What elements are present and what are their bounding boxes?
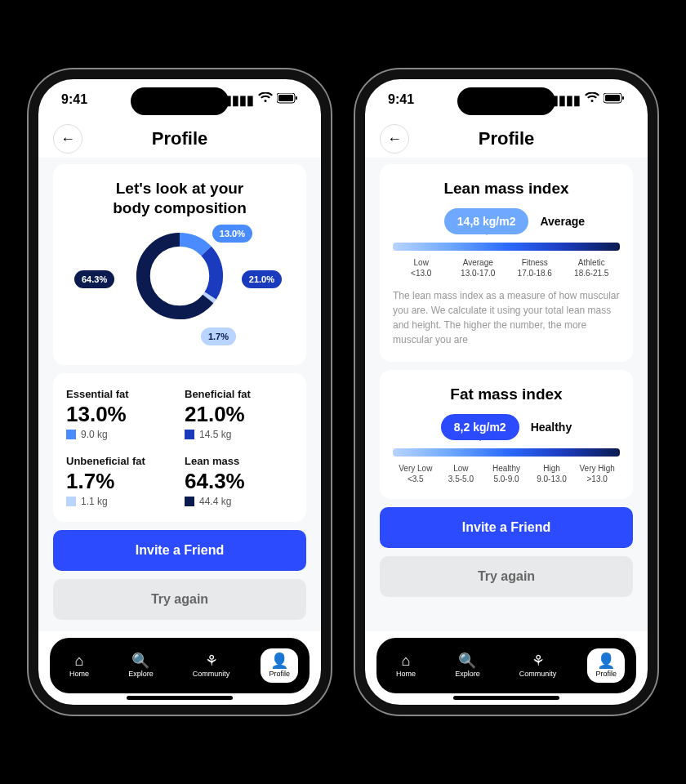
swatch-icon [185, 497, 194, 506]
metric-label: Unbeneficial fat [66, 455, 175, 467]
lmi-title: Lean mass index [393, 179, 620, 198]
signal-icon: ▮▮▮▮ [225, 92, 254, 108]
back-button[interactable]: ← [380, 124, 409, 154]
status-icons: ▮▮▮▮ [551, 92, 625, 108]
status-time: 9:41 [61, 92, 87, 107]
lmi-description: The lean mass index as a measure of how … [393, 288, 620, 347]
swatch-icon [185, 430, 194, 439]
header: ← Profile [365, 120, 648, 158]
tick-name: Very Low [393, 463, 439, 474]
tab-label: Home [69, 670, 89, 678]
try-again-button[interactable]: Try again [53, 579, 306, 620]
metric-mass: 44.4 kg [199, 496, 231, 507]
metric-value: 21.0% [185, 402, 293, 427]
metric-label: Lean mass [185, 455, 293, 467]
notch [457, 87, 555, 115]
tab-profile[interactable]: 👤Profile [261, 648, 298, 683]
tick-range: >13.0 [574, 474, 620, 484]
fmi-value-bubble: 8,2 kg/m2 [441, 414, 519, 440]
home-indicator[interactable] [127, 696, 233, 700]
invite-friend-button[interactable]: Invite a Friend [380, 507, 633, 548]
invite-friend-button[interactable]: Invite a Friend [53, 530, 306, 571]
lmi-category: Average [540, 215, 585, 228]
tab-bar: ⌂Home 🔍Explore ⚘Community 👤Profile [376, 638, 636, 693]
lmi-card: Lean mass index 14,8 kg/m2 Average Low<1… [380, 164, 633, 362]
swatch-icon [66, 430, 76, 439]
tab-label: Community [519, 670, 557, 678]
donut-label-beneficial: 21.0% [242, 270, 282, 288]
tick-name: Very High [574, 463, 620, 474]
home-icon: ⌂ [75, 653, 84, 668]
svg-rect-1 [278, 95, 293, 101]
back-button[interactable]: ← [53, 124, 82, 154]
metric-label: Essential fat [66, 388, 175, 400]
tab-label: Profile [595, 670, 617, 678]
tab-profile[interactable]: 👤Profile [587, 648, 625, 683]
phone-mockup-left: 9:41 ▮▮▮▮ ← Profile Let's look at your b… [29, 69, 331, 715]
tick-name: Fitness [506, 257, 564, 268]
arrow-left-icon: ← [387, 131, 402, 148]
home-indicator[interactable] [453, 696, 559, 700]
tab-explore[interactable]: 🔍Explore [447, 648, 488, 683]
tab-label: Explore [128, 670, 154, 678]
composition-card: Let's look at your body composition 13.0… [53, 164, 306, 365]
wifi-icon [585, 92, 599, 107]
battery-icon [604, 92, 625, 107]
fmi-scale-bar [393, 448, 620, 457]
swatch-icon [66, 497, 76, 506]
tab-explore[interactable]: 🔍Explore [120, 648, 162, 683]
metric-mass: 1.1 kg [81, 496, 108, 507]
lmi-ticks: Low<13.0 Average13.0-17.0 Fitness17.0-18… [393, 257, 620, 278]
arrow-left-icon: ← [60, 131, 75, 148]
fmi-title: Fat mass index [393, 385, 620, 404]
metrics-card: Essential fat 13.0% 9.0 kg Beneficial fa… [53, 373, 306, 522]
tick-range: 18.6-21.5 [564, 268, 621, 278]
signal-icon: ▮▮▮▮ [551, 92, 581, 108]
tab-community[interactable]: ⚘Community [511, 648, 565, 683]
phone-mockup-right: 9:41 ▮▮▮▮ ← Profile Lean mass index 14,8… [355, 69, 657, 715]
profile-icon: 👤 [270, 653, 288, 668]
page-title: Profile [479, 128, 534, 149]
tab-bar: ⌂Home 🔍Explore ⚘Community 👤Profile [50, 638, 310, 693]
lmi-value-bubble: 14,8 kg/m2 [444, 208, 529, 234]
content-area: Let's look at your body composition 13.0… [38, 158, 321, 631]
tick-range: 5.0-9.0 [483, 474, 529, 484]
status-icons: ▮▮▮▮ [225, 92, 298, 108]
community-icon: ⚘ [205, 653, 218, 668]
status-time: 9:41 [388, 92, 414, 107]
donut-label-essential: 13.0% [212, 225, 252, 243]
tick-range: <3.5 [393, 474, 439, 484]
battery-icon [277, 92, 298, 107]
metric-value: 1.7% [66, 469, 175, 494]
fmi-ticks: Very Low<3.5 Low3.5-5.0 Healthy5.0-9.0 H… [393, 463, 620, 484]
tick-name: Low [439, 463, 484, 474]
donut-label-unbeneficial: 1.7% [201, 327, 236, 345]
tick-name: Healthy [483, 463, 529, 474]
lmi-scale-bar [393, 243, 620, 251]
donut-chart: 13.0% 21.0% 1.7% 64.3% [66, 228, 293, 350]
metric-unbeneficial-fat: Unbeneficial fat 1.7% 1.1 kg [66, 455, 175, 507]
wifi-icon [258, 92, 273, 107]
tick-range: 3.5-5.0 [439, 474, 484, 484]
metric-mass: 9.0 kg [81, 429, 108, 440]
svg-rect-2 [296, 96, 297, 100]
tab-home[interactable]: ⌂Home [61, 648, 97, 683]
donut-label-lean: 64.3% [74, 270, 114, 288]
fmi-card: Fat mass index 8,2 kg/m2 Healthy Very Lo… [380, 370, 633, 499]
page-title: Profile [152, 128, 207, 149]
tick-name: High [529, 463, 575, 474]
tab-label: Profile [269, 670, 290, 678]
svg-rect-9 [605, 95, 620, 101]
profile-icon: 👤 [597, 653, 615, 668]
tab-community[interactable]: ⚘Community [185, 648, 238, 683]
tick-name: Average [450, 257, 507, 268]
tick-range: 13.0-17.0 [450, 268, 507, 278]
try-again-button[interactable]: Try again [380, 556, 633, 597]
metric-value: 13.0% [66, 402, 175, 427]
tab-label: Home [396, 670, 416, 678]
tab-label: Community [193, 670, 230, 678]
composition-heading: Let's look at your body composition [66, 179, 293, 218]
search-icon: 🔍 [131, 653, 149, 668]
community-icon: ⚘ [532, 653, 545, 668]
tab-home[interactable]: ⌂Home [388, 648, 424, 683]
